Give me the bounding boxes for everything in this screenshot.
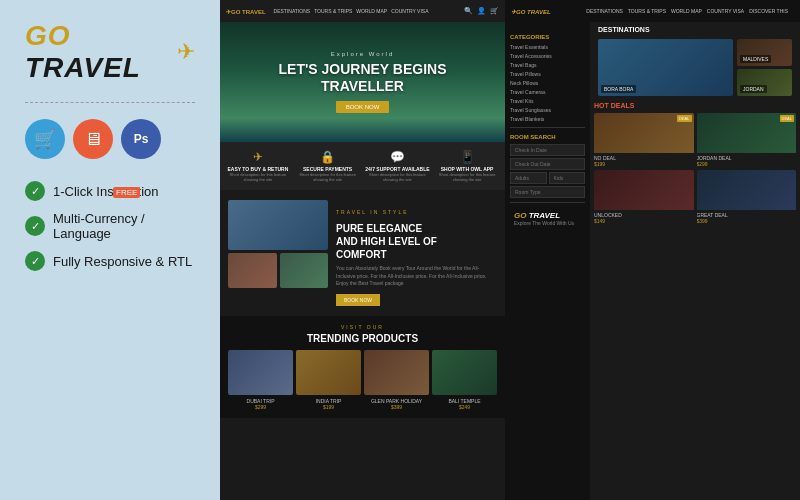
elegance-images: [228, 200, 328, 306]
feat-item-2: 🔒 SECURE PAYMENTS Short description for …: [294, 150, 362, 182]
right-nav-4[interactable]: COUNTRY VISA: [707, 8, 744, 14]
elegance-img-sm2: [280, 253, 329, 288]
mid-nav-1[interactable]: DESTINATIONS: [274, 8, 311, 14]
dest-label-3: JORDAN: [740, 85, 767, 93]
plane-icon: ✈: [177, 39, 195, 65]
checkout-input[interactable]: [510, 158, 585, 170]
trend-name-3: GLEN PARK HOLIDAY: [364, 398, 429, 404]
cat-link-8[interactable]: Travel Sunglasses: [510, 107, 585, 114]
right-nav-5[interactable]: DISCOVER THIS: [749, 8, 788, 14]
cat-link-2[interactable]: Travel Accessories: [510, 53, 585, 60]
img-stack: [228, 200, 328, 288]
hero-title: LET'S JOURNEY BEGINSTRAVELLER: [279, 61, 447, 95]
trend-price-3: $399: [364, 404, 429, 410]
cat-link-6[interactable]: Travel Cameras: [510, 89, 585, 96]
screen-badge: 🖥: [73, 119, 113, 159]
check-icon-1: ✓: [25, 181, 45, 201]
mid-header: ✈GO TRAVEL DESTINATIONS TOURS & TRIPS WO…: [220, 0, 505, 22]
dest-img-s2: JORDAN: [737, 69, 792, 96]
free-label: FREE: [113, 187, 140, 198]
deal-img-3: [594, 170, 694, 210]
feat-desc-1: Short description for this feature showi…: [224, 172, 292, 182]
logo-text: GO TRAVEL: [25, 20, 171, 84]
feature-label-3: Fully Responsive & RTL: [53, 254, 192, 269]
main-right: DESTINATIONS BORA BORA MALDIVES JORDAN: [590, 22, 800, 500]
cat-link-4[interactable]: Travel Pillows: [510, 71, 585, 78]
checkin-input[interactable]: [510, 144, 585, 156]
right-header: ✈GO TRAVEL DESTINATIONS TOURS & TRIPS WO…: [505, 0, 800, 22]
elegance-img-sm1: [228, 253, 277, 288]
destinations-container: DESTINATIONS BORA BORA MALDIVES JORDAN: [590, 22, 800, 102]
sidebar-right: CATEGORIES Travel Essentials Travel Acce…: [505, 22, 590, 500]
mid-nav-4[interactable]: COUNTRY VISA: [391, 8, 428, 14]
elegance-book-button[interactable]: BOOK NOW: [336, 294, 380, 306]
right-nav-3[interactable]: WORLD MAP: [671, 8, 702, 14]
cat-link-7[interactable]: Travel Kits: [510, 98, 585, 105]
logo-section-small: GO TRAVEL Explore The World With Us: [510, 207, 585, 230]
right-panel: ✈GO TRAVEL DESTINATIONS TOURS & TRIPS WO…: [505, 0, 800, 500]
user-icon[interactable]: 👤: [477, 7, 486, 15]
logo-go: GO: [25, 20, 71, 51]
feat-desc-4: Short description for this feature showi…: [433, 172, 501, 182]
trending-grid: DUBAI TRIP $299 INDIA TRIP $199 GLEN PAR…: [228, 350, 497, 410]
right-logo: ✈GO TRAVEL: [511, 8, 551, 15]
deal-item-2: DEAL JORDAN DEAL $299: [697, 113, 797, 167]
feat-icon-4: 📱: [433, 150, 501, 164]
right-brand: GO TRAVEL: [514, 211, 581, 220]
deal-price-2: $299: [697, 161, 797, 167]
hot-deals-section: HOT DEALS DEAL NO DEAL $199 DEAL JORDAN …: [590, 102, 800, 228]
cat-link-3[interactable]: Travel Bags: [510, 62, 585, 69]
elegance-section: TRAVEL IN STYLE PURE ELEGANCEAND HIGH LE…: [220, 190, 505, 316]
deal-item-1: DEAL NO DEAL $199: [594, 113, 694, 167]
room-type-input[interactable]: [510, 186, 585, 198]
children-input[interactable]: [549, 172, 586, 184]
feat-item-1: ✈ EASY TO BUY & RETURN Short description…: [224, 150, 292, 182]
book-now-button[interactable]: BOOK NOW: [336, 101, 390, 113]
feat-icon-2: 🔒: [294, 150, 362, 164]
mid-logo: ✈GO TRAVEL: [226, 8, 266, 15]
cat-link-9[interactable]: Travel Blankets: [510, 116, 585, 123]
cat-link-1[interactable]: Travel Essentials: [510, 44, 585, 51]
right-nav-1[interactable]: DESTINATIONS: [586, 8, 623, 14]
feature-label-1: 1-Click Installation: [53, 184, 159, 199]
mid-nav-icons: 🔍 👤 🛒: [464, 7, 499, 15]
check-icon-3: ✓: [25, 251, 45, 271]
adults-input[interactable]: [510, 172, 547, 184]
feat-item-3: 💬 24/7 SUPPORT AVAILABLE Short descripti…: [364, 150, 432, 182]
deal-item-4: GREAT DEAL $399: [697, 170, 797, 224]
deal-img-1: DEAL: [594, 113, 694, 153]
features-bar: ✈ EASY TO BUY & RETURN Short description…: [220, 142, 505, 190]
left-panel: GO TRAVEL ✈ 🛒 🖥 Ps FREE ✓ 1-Click Instal…: [0, 0, 220, 500]
check-icon-2: ✓: [25, 216, 45, 236]
trending-tag: VISIT OUR: [228, 324, 497, 330]
feat-desc-2: Short description for this feature showi…: [294, 172, 362, 182]
trend-img-4: [432, 350, 497, 395]
deal-price-3: $149: [594, 218, 694, 224]
right-nav-2[interactable]: TOURS & TRIPS: [628, 8, 666, 14]
deal-badge-2: DEAL: [780, 115, 794, 122]
elegance-text: TRAVEL IN STYLE PURE ELEGANCEAND HIGH LE…: [336, 200, 497, 306]
deal-item-3: UNLOCKED $149: [594, 170, 694, 224]
mid-nav-2[interactable]: TOURS & TRIPS: [314, 8, 352, 14]
categories-title: CATEGORIES: [510, 34, 585, 40]
destinations-header: BORA BORA MALDIVES JORDAN: [594, 35, 796, 100]
feat-icon-3: 💬: [364, 150, 432, 164]
mid-nav-3[interactable]: WORLD MAP: [356, 8, 387, 14]
feature-item-2: ✓ Multi-Currency / Language: [25, 211, 195, 241]
dest-label-1: BORA BORA: [601, 85, 636, 93]
trend-price-1: $299: [228, 404, 293, 410]
middle-panel: ✈GO TRAVEL DESTINATIONS TOURS & TRIPS WO…: [220, 0, 505, 500]
search-icon[interactable]: 🔍: [464, 7, 473, 15]
trend-item-4: BALI TEMPLE $249: [432, 350, 497, 410]
trend-item-3: GLEN PARK HOLIDAY $399: [364, 350, 429, 410]
cat-link-5[interactable]: Neck Pillows: [510, 80, 585, 87]
deal-price-4: $399: [697, 218, 797, 224]
feat-desc-3: Short description for this feature showi…: [364, 172, 432, 182]
deal-price-1: $199: [594, 161, 694, 167]
right-content: CATEGORIES Travel Essentials Travel Acce…: [505, 22, 800, 500]
feat-icon-1: ✈: [224, 150, 292, 164]
cart-icon[interactable]: 🛒: [490, 7, 499, 15]
right-brand-travel: TRAVEL: [529, 211, 560, 220]
feature-label-2: Multi-Currency / Language: [53, 211, 195, 241]
dest-small-col: MALDIVES JORDAN: [737, 39, 792, 96]
